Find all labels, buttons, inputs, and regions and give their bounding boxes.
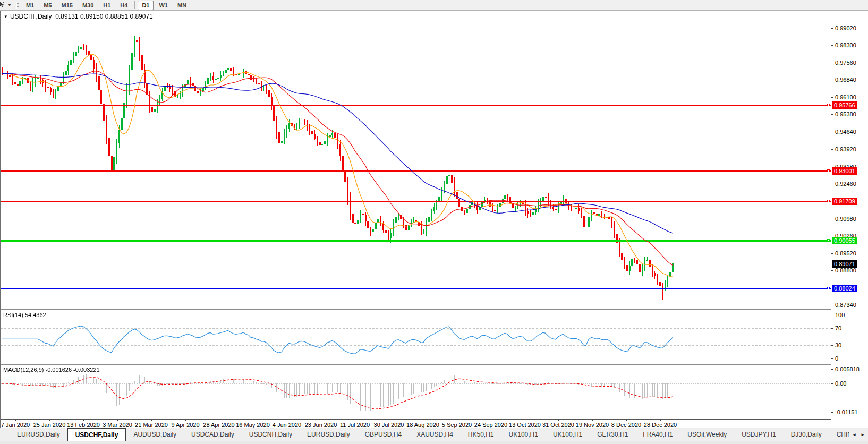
chart-tab-usdcad-daily[interactable]: USDCAD,Daily	[184, 428, 242, 441]
price-tick-label: 0.87340	[835, 301, 856, 309]
timeframe-button-d1[interactable]: D1	[138, 1, 154, 10]
axis-tick-mark	[831, 412, 833, 413]
timeframe-button-m5[interactable]: M5	[39, 1, 56, 10]
price-tick-label: 0.96840	[835, 76, 856, 83]
axis-tick-mark	[49, 420, 50, 421]
axis-tick-mark	[831, 184, 833, 184]
hline-anchor-marker[interactable]	[827, 239, 830, 242]
hline-anchor-marker[interactable]	[827, 287, 830, 289]
axis-tick-mark	[525, 420, 525, 421]
hline-anchor-marker[interactable]	[827, 104, 830, 106]
axis-tick-mark	[491, 420, 491, 421]
axis-tick-mark	[831, 328, 833, 329]
price-line-label: 0.91709	[832, 198, 857, 205]
axis-tick-mark	[185, 420, 186, 421]
top-toolbar: ▼ M1M5M15M30H1H4D1W1MN	[0, 0, 868, 11]
chart-tab-bar: EURUSD,DailyUSDCHF,DailyAUDUSD,DailyUSDC…	[0, 428, 868, 441]
axis-tick-mark	[831, 114, 833, 115]
timeframe-button-w1[interactable]: W1	[155, 1, 172, 10]
timeframe-button-m30[interactable]: M30	[78, 1, 98, 10]
price-tick-label: 0.94640	[835, 128, 856, 135]
main-chart-canvas[interactable]	[1, 11, 831, 309]
hline-anchor-marker[interactable]	[827, 169, 830, 172]
axis-tick-mark	[831, 270, 833, 271]
price-line-label: 0.93001	[832, 167, 857, 175]
axis-tick-mark	[831, 305, 833, 305]
rsi-axis-label: 30	[835, 341, 841, 349]
rsi-indicator-label: RSI(14) 54.4362	[3, 312, 46, 318]
price-tick-label: 0.99020	[835, 24, 856, 32]
macd-axis-label: 0.005818	[835, 365, 860, 373]
axis-tick-mark	[831, 97, 833, 98]
tab-scroll-left-icon[interactable]: ◄	[852, 432, 856, 437]
timeframe-button-m1[interactable]: M1	[22, 1, 38, 10]
axis-tick-mark	[831, 358, 833, 359]
chart-tab-gbpusd-h4[interactable]: GBPUSD,H4	[358, 428, 409, 441]
timeframe-button-h4[interactable]: H4	[116, 1, 132, 10]
axis-tick-mark	[831, 45, 833, 46]
price-axis[interactable]: 0.990200.983000.975600.968400.961000.953…	[831, 11, 868, 428]
axis-tick-mark	[831, 80, 833, 80]
price-line-label: 0.95766	[832, 101, 857, 109]
price-tick-label: 0.95380	[835, 110, 856, 118]
collapse-icon[interactable]: ▼	[4, 14, 8, 19]
timeframe-button-group: M1M5M15M30H1H4D1W1MN	[21, 1, 191, 10]
chart-tab-usdjpy-h1[interactable]: USDJPY,H1	[734, 428, 783, 441]
axis-tick-mark	[831, 253, 833, 254]
rsi-axis-label: 70	[835, 325, 841, 332]
chart-ohlc-values: 0.89131 0.89150 0.88851 0.89071	[55, 13, 153, 20]
macd-indicator-label: MACD(12,26,9) -0.001626 -0.003221	[3, 366, 100, 373]
cursor-icon[interactable]	[0, 1, 6, 10]
chart-tab-china300-h1[interactable]: CHINA300,H1	[829, 428, 849, 441]
axis-tick-mark	[831, 63, 833, 63]
chart-tab-dj30-daily[interactable]: DJ30,Daily	[784, 428, 829, 441]
axis-tick-mark	[151, 420, 152, 421]
timeframe-button-mn[interactable]: MN	[173, 1, 191, 10]
chart-tab-usdchf-daily[interactable]: USDCHF,Daily	[67, 428, 126, 441]
axis-tick-mark	[831, 315, 833, 315]
price-tick-label: 0.93920	[835, 146, 856, 153]
chart-tab-eurusd-daily[interactable]: EURUSD,Daily	[300, 428, 358, 441]
rsi-panel-canvas[interactable]	[1, 310, 831, 364]
price-line-label: 0.89071	[832, 260, 857, 268]
timeframe-button-h1[interactable]: H1	[99, 1, 115, 10]
axis-tick-mark	[831, 28, 833, 29]
axis-tick-mark	[457, 420, 457, 421]
tab-scroll-right-icon[interactable]: ►	[861, 432, 865, 437]
chart-tab-usdcnh-daily[interactable]: USDCNH,Daily	[242, 428, 300, 441]
axis-tick-mark	[389, 420, 389, 421]
chart-tab-xauusd-h4[interactable]: XAUUSD,H4	[409, 428, 461, 441]
axis-tick-mark	[117, 420, 118, 421]
chart-window: ▼USDCHF,Daily 0.89131 0.89150 0.88851 0.…	[0, 11, 868, 428]
price-tick-label: 0.97560	[835, 59, 856, 66]
axis-tick-mark	[831, 383, 833, 384]
chart-tab-eurusd-daily[interactable]: EURUSD,Daily	[10, 428, 67, 441]
axis-tick-mark	[831, 345, 833, 346]
axis-tick-mark	[83, 420, 84, 421]
chart-tab-ger30-h1[interactable]: GER30,H1	[590, 428, 635, 441]
chart-tab-usoil-weekly[interactable]: USOil,Weekly	[680, 428, 734, 441]
chart-tab-hk50-h1[interactable]: HK50,H1	[461, 428, 501, 441]
axis-tick-mark	[219, 420, 219, 421]
macd-axis-label: -0.01151	[835, 408, 858, 416]
chart-tab-uk100-h1[interactable]: UK100,H1	[546, 428, 590, 441]
timeframe-button-m15[interactable]: M15	[57, 1, 76, 10]
toolbar-grip	[16, 2, 19, 9]
macd-axis-label: 0.00	[835, 380, 846, 387]
axis-tick-mark	[355, 420, 355, 421]
chart-tab-audusd-daily[interactable]: AUDUSD,Daily	[126, 428, 184, 441]
rsi-axis-label: 100	[835, 311, 845, 319]
price-tick-label: 0.90980	[835, 215, 856, 223]
dropdown-caret-icon[interactable]: ▼	[6, 3, 14, 7]
chart-tab-fra40-h1[interactable]: FRA40,H1	[635, 428, 680, 441]
date-axis[interactable]: 7 Jan 202025 Jan 202013 Feb 20203 Mar 20…	[1, 420, 831, 428]
axis-tick-mark	[831, 132, 833, 132]
axis-tick-mark	[558, 420, 559, 421]
axis-tick-mark	[287, 420, 287, 421]
axis-tick-mark	[831, 219, 833, 219]
chart-tab-uk100-h1[interactable]: UK100,H1	[501, 428, 546, 441]
macd-panel-canvas[interactable]	[1, 365, 831, 419]
price-tick-label: 0.92460	[835, 180, 856, 187]
hline-anchor-marker[interactable]	[827, 200, 830, 202]
status-strip	[0, 441, 868, 444]
